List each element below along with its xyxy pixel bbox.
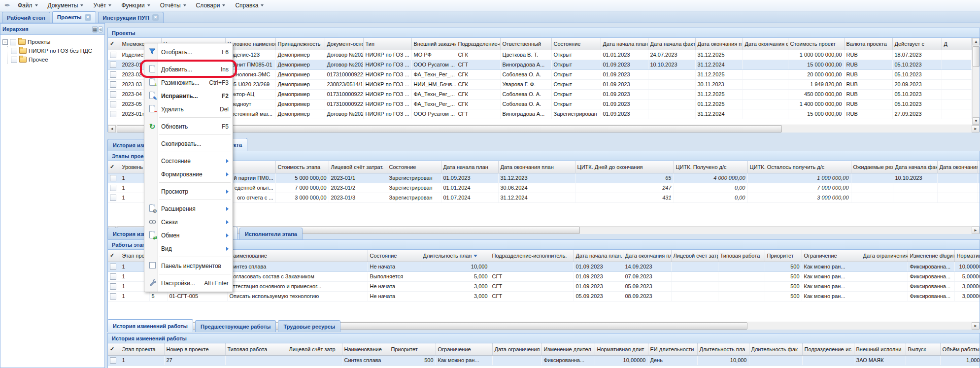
column-header[interactable]: Подразделение-от	[456, 38, 500, 50]
column-header[interactable]: Действует с	[892, 38, 942, 50]
column-header[interactable]: ЦИТК. Осталось получить д/с	[747, 161, 851, 173]
table-row[interactable]: 1201-СГТ-002Аттестация основного и приме…	[108, 281, 980, 291]
tree-root-label[interactable]: Проекты	[28, 39, 50, 45]
row-checkbox[interactable]	[110, 283, 116, 290]
close-tab-icon[interactable]: ✕	[85, 14, 91, 21]
context-menu-item-обмен[interactable]: ⇄Обмен	[144, 229, 233, 242]
horizontal-scrollbar[interactable]: ◄►	[108, 125, 980, 133]
context-menu-item-удалить[interactable]: −УдалитьDel	[144, 102, 233, 116]
column-header[interactable]: Дата начала факт.	[893, 161, 937, 173]
tree-item-root[interactable]: − Проекты	[2, 37, 102, 46]
column-header[interactable]: Подразделение-ис	[802, 343, 854, 355]
scroll-left-icon[interactable]: ◄	[108, 125, 116, 133]
table-row[interactable]: 2023-03905-U020-23/269Демопример230823/0…	[108, 79, 971, 89]
column-header[interactable]: Уровень	[120, 161, 147, 173]
table-row[interactable]: 2023-05ДредноутДемопример017310000922...…	[108, 99, 971, 109]
row-checkbox[interactable]	[110, 357, 116, 364]
scrollbar-thumb[interactable]	[973, 46, 980, 67]
tree-item-checkbox[interactable]	[11, 48, 17, 54]
column-header[interactable]: Приоритет	[389, 343, 436, 355]
tab-works-3[interactable]: Исполнители этапа	[239, 228, 303, 239]
column-header[interactable]: Наименование	[342, 343, 389, 355]
context-menu-item-связи[interactable]: Связи	[144, 215, 233, 229]
context-menu-item-настройки[interactable]: Настройки...Alt+Enter	[144, 276, 233, 290]
scroll-right-icon[interactable]: ►	[972, 322, 980, 330]
column-header[interactable]: ЕИ длительности	[648, 343, 697, 355]
column-header[interactable]: Принадлежность	[275, 38, 325, 50]
column-header[interactable]: Дата окончания ф	[937, 161, 978, 173]
context-menu-item-размножить[interactable]: +Размножить...Ctrl+F3	[144, 76, 233, 89]
column-header[interactable]: Лицевой счёт затрат.	[329, 161, 387, 173]
column-header[interactable]: Выпуск	[906, 343, 940, 355]
tree-item-checkbox[interactable]	[11, 57, 17, 63]
menubar-item-4[interactable]: Функции	[116, 0, 155, 10]
table-row[interactable]: 1501-СГТ-005Описать используемую техноло…	[108, 291, 980, 301]
column-header[interactable]: Подразделение-исполнитель.	[490, 250, 574, 262]
column-header[interactable]: Нормативн	[954, 250, 980, 262]
column-header[interactable]: Изменение длител	[541, 343, 595, 355]
scroll-right-icon[interactable]: ►	[972, 125, 980, 133]
select-all-column-header[interactable]: ✓	[108, 38, 120, 50]
menubar-item-5[interactable]: Отчёты	[155, 0, 191, 10]
window-tab-2[interactable]: Проекты✕	[52, 11, 96, 23]
tree-item-label[interactable]: НИОКР по ГОЗ без НДС	[29, 48, 92, 54]
select-all-column-header[interactable]: ✓	[108, 343, 120, 355]
context-menu-item-вид[interactable]: Вид	[144, 242, 233, 255]
tab-work-history-1[interactable]: История изменений работы	[107, 319, 193, 332]
context-menu-item-панельинструментов[interactable]: Панель инструментов	[144, 259, 233, 272]
column-header[interactable]: Дата ограничения	[861, 250, 908, 262]
menubar-item-1[interactable]: Файл	[13, 0, 43, 10]
menubar-item-3[interactable]: Учёт	[88, 0, 116, 10]
column-header[interactable]: Состояние	[551, 38, 601, 50]
window-tab-3[interactable]: Инструкции ПУП✕	[98, 12, 164, 23]
table-row[interactable]: 1еденной опыт...7 000 000,002023-01/2Зар…	[108, 183, 980, 193]
column-header[interactable]: Номер в проекте	[164, 343, 225, 355]
column-header[interactable]: Дата окончания ф	[743, 38, 788, 50]
tab-work-history-3[interactable]: Трудовые ресурсы	[278, 320, 340, 332]
column-header[interactable]: Дата начала факт.	[648, 38, 695, 50]
close-tab-icon[interactable]: ✕	[152, 14, 159, 21]
table-row[interactable]: 1201-СГТ-001Согласовать состав с Заказчи…	[108, 271, 980, 281]
column-header[interactable]: Дата окончания план	[498, 161, 575, 173]
row-checkbox[interactable]	[110, 52, 116, 58]
row-checkbox[interactable]	[110, 101, 116, 107]
column-header[interactable]: Длительность план	[421, 250, 490, 262]
row-checkbox[interactable]	[110, 293, 116, 300]
column-header[interactable]: Документ-основан	[325, 38, 363, 50]
select-all-column-header[interactable]: ✓	[108, 250, 120, 262]
row-checkbox[interactable]	[110, 264, 116, 270]
scroll-right-icon[interactable]: ►	[972, 227, 980, 234]
collapse-node-icon[interactable]: −	[2, 39, 8, 45]
row-checkbox[interactable]	[110, 195, 116, 201]
window-tab-1[interactable]: Рабочий стол	[2, 12, 50, 23]
context-menu-item-расширения[interactable]: ⚙Расширения	[144, 202, 233, 215]
column-header[interactable]: Этап проекта	[120, 343, 164, 355]
scroll-down-icon[interactable]: ▼	[973, 117, 980, 125]
tree-root-checkbox[interactable]	[10, 39, 16, 45]
tree-item-child-1[interactable]: НИОКР по ГОЗ без НДС	[11, 46, 102, 55]
context-menu-item-отобрать[interactable]: Отобрать...F6	[144, 45, 233, 59]
column-header[interactable]: Примечание	[978, 161, 980, 173]
context-menu-item-добавить[interactable]: Добавить...Ins	[144, 63, 233, 76]
table-row[interactable]: 2023-01тПостоянный маг...ДемопримерДогов…	[108, 109, 971, 119]
tree-item-label[interactable]: Прочее	[29, 57, 48, 63]
context-menu-item-состояние[interactable]: Состояние	[144, 154, 233, 167]
column-header[interactable]: Тип	[363, 38, 411, 50]
column-header[interactable]: Дата начала план.	[574, 250, 623, 262]
column-header[interactable]: Дата начала план.	[601, 38, 648, 50]
column-header[interactable]: ЦИТК. Дней до окончания	[575, 161, 674, 173]
column-header[interactable]: Лицевой счёт затр	[287, 343, 342, 355]
table-row[interactable]: 2023-04Вектор-АЦДемопример017310000922..…	[108, 89, 971, 99]
table-row[interactable]: 1ого отчета с ...3 000 000,002023-01/3За…	[108, 193, 980, 202]
context-menu-item-исправить[interactable]: ✎Исправить...F2	[144, 89, 233, 102]
column-header[interactable]: Внешний исполни	[854, 343, 906, 355]
column-header[interactable]: Стоимость этапа	[275, 161, 329, 173]
column-header[interactable]: Внешний заказчик	[411, 38, 456, 50]
table-row[interactable]: 2023-01Магнит ПМ085-01ДемопримерДоговор …	[108, 60, 971, 69]
row-checkbox[interactable]	[110, 111, 116, 117]
context-menu-item-скопировать[interactable]: Скопировать...	[144, 137, 233, 150]
row-checkbox[interactable]	[110, 81, 116, 88]
row-checkbox[interactable]	[110, 273, 116, 280]
column-header[interactable]: Ограничение	[802, 250, 861, 262]
table-row[interactable]: Изделие123Разработка изделия 123Изделие-…	[108, 50, 971, 60]
